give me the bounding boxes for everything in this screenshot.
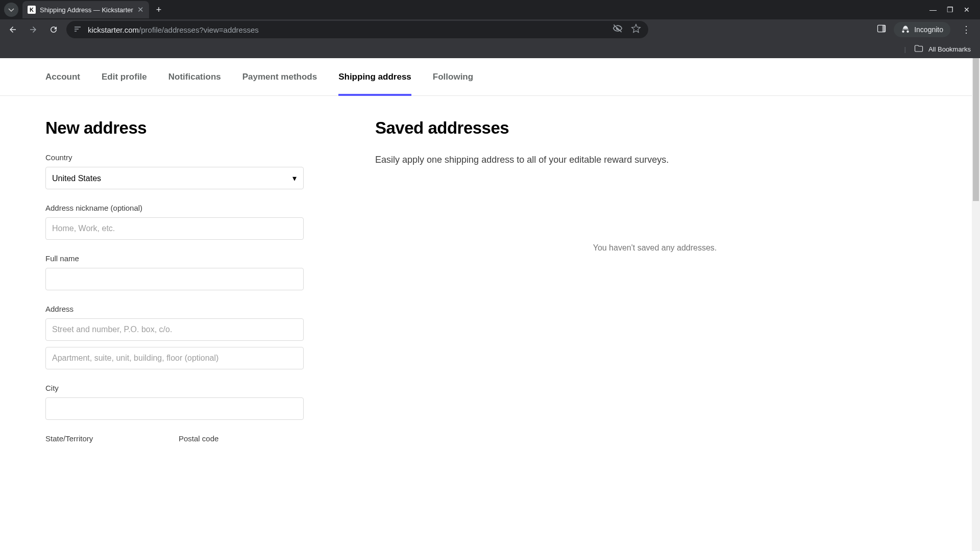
divider: | — [904, 45, 906, 53]
arrow-left-icon — [8, 25, 17, 34]
close-tab-button[interactable]: ✕ — [137, 5, 144, 14]
new-address-heading: New address — [45, 118, 304, 138]
browser-tab[interactable]: K Shipping Address — Kickstarter ✕ — [22, 1, 149, 18]
tab-following[interactable]: Following — [433, 58, 473, 96]
browser-menu-button[interactable]: ⋮ — [958, 24, 975, 35]
tab-title: Shipping Address — Kickstarter — [40, 6, 133, 14]
address-line1-input[interactable] — [45, 318, 304, 341]
saved-addresses-column: Saved addresses Easily apply one shippin… — [375, 118, 935, 448]
fullname-group: Full name — [45, 254, 304, 290]
window-controls: — ❐ ✕ — [929, 6, 980, 14]
new-address-column: New address Country United States ▾ Addr… — [45, 118, 304, 448]
address-bar[interactable]: kickstarter.com/profile/addresses?view=a… — [66, 21, 648, 38]
close-window-button[interactable]: ✕ — [964, 6, 970, 14]
arrow-right-icon — [29, 25, 38, 34]
city-input[interactable] — [45, 397, 304, 420]
all-bookmarks-button[interactable]: All Bookmarks — [928, 45, 971, 53]
empty-state-text: You haven't saved any addresses. — [375, 243, 935, 253]
tab-search-button[interactable] — [4, 3, 18, 17]
nickname-group: Address nickname (optional) — [45, 204, 304, 240]
forward-button[interactable] — [26, 22, 41, 37]
url-text: kickstarter.com/profile/addresses?view=a… — [88, 26, 259, 34]
folder-icon — [914, 44, 923, 55]
nickname-input[interactable] — [45, 217, 304, 240]
tab-strip: K Shipping Address — Kickstarter ✕ + — ❐… — [0, 0, 980, 19]
fullname-label: Full name — [45, 254, 304, 263]
svg-rect-1 — [883, 25, 886, 32]
incognito-badge[interactable]: Incognito — [894, 22, 950, 37]
address-line2-input[interactable] — [45, 347, 304, 369]
profile-tabs-nav: Account Edit profile Notifications Payme… — [0, 58, 980, 96]
city-group: City — [45, 384, 304, 420]
address-label: Address — [45, 305, 304, 313]
tab-payment-methods[interactable]: Payment methods — [242, 58, 317, 96]
country-label: Country — [45, 153, 304, 162]
tab-notifications[interactable]: Notifications — [168, 58, 221, 96]
browser-chrome: K Shipping Address — Kickstarter ✕ + — ❐… — [0, 0, 980, 58]
incognito-label: Incognito — [914, 26, 943, 34]
fullname-input[interactable] — [45, 268, 304, 290]
postal-label: Postal code — [179, 434, 304, 443]
tab-shipping-address[interactable]: Shipping address — [338, 58, 411, 96]
browser-toolbar: kickstarter.com/profile/addresses?view=a… — [0, 19, 980, 40]
side-panel-icon[interactable] — [876, 23, 887, 36]
new-tab-button[interactable]: + — [149, 5, 169, 15]
country-select[interactable]: United States — [45, 167, 304, 189]
page-content: Account Edit profile Notifications Payme… — [0, 58, 980, 551]
bookmarks-bar: | All Bookmarks — [0, 40, 980, 58]
reload-icon — [49, 25, 58, 34]
scrollbar[interactable] — [972, 58, 980, 551]
state-label: State/Territory — [45, 434, 170, 443]
country-group: Country United States ▾ — [45, 153, 304, 189]
eye-off-icon[interactable] — [612, 23, 623, 36]
site-settings-icon[interactable] — [74, 25, 82, 35]
scrollbar-thumb[interactable] — [973, 58, 979, 201]
state-postal-row: State/Territory Postal code — [45, 434, 304, 448]
saved-addresses-description: Easily apply one shipping address to all… — [375, 153, 935, 167]
city-label: City — [45, 384, 304, 392]
tab-edit-profile[interactable]: Edit profile — [102, 58, 147, 96]
address-group: Address — [45, 305, 304, 369]
incognito-icon — [901, 25, 910, 34]
reload-button[interactable] — [46, 22, 61, 37]
tab-account[interactable]: Account — [45, 58, 80, 96]
favicon-icon: K — [28, 6, 36, 14]
nickname-label: Address nickname (optional) — [45, 204, 304, 212]
saved-addresses-heading: Saved addresses — [375, 118, 935, 138]
minimize-button[interactable]: — — [929, 6, 937, 14]
content-columns: New address Country United States ▾ Addr… — [0, 96, 980, 448]
maximize-button[interactable]: ❐ — [947, 6, 953, 14]
back-button[interactable] — [5, 22, 20, 37]
chevron-down-icon — [8, 7, 14, 13]
bookmark-star-icon[interactable] — [631, 23, 641, 36]
